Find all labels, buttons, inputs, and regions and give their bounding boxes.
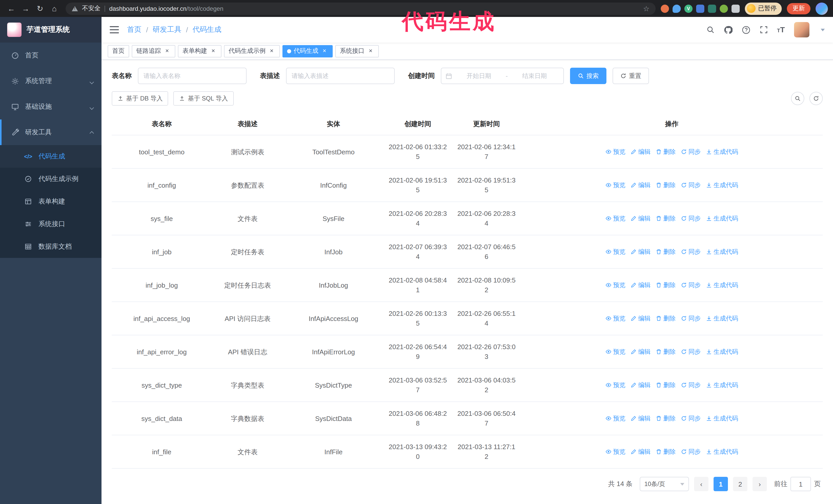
- edit-action[interactable]: 编辑: [630, 180, 650, 190]
- sync-action[interactable]: 同步: [681, 413, 701, 423]
- extensions-puzzle-icon[interactable]: [732, 4, 740, 13]
- edit-action[interactable]: 编辑: [630, 347, 650, 357]
- sync-action[interactable]: 同步: [681, 214, 701, 223]
- security-warning-icon[interactable]: [72, 6, 78, 11]
- sidebar-menu-item[interactable]: 首页: [0, 43, 101, 68]
- sync-action[interactable]: 同步: [681, 380, 701, 390]
- sidebar-menu-item[interactable]: 系统接口: [0, 213, 101, 235]
- sidebar-menu-item[interactable]: 系统管理: [0, 68, 101, 94]
- import-db-button[interactable]: 基于 DB 导入: [112, 91, 168, 105]
- toggle-search-button[interactable]: [791, 92, 804, 105]
- sidebar-menu-item[interactable]: 基础设施: [0, 94, 101, 119]
- sync-action[interactable]: 同步: [681, 447, 701, 457]
- user-avatar[interactable]: [794, 22, 809, 38]
- delete-action[interactable]: 删除: [656, 413, 675, 423]
- bookmark-star-icon[interactable]: ☆: [643, 4, 649, 13]
- home-icon[interactable]: ⌂: [48, 2, 61, 15]
- extension-chart-icon[interactable]: [708, 4, 716, 13]
- edit-action[interactable]: 编辑: [630, 280, 650, 290]
- preview-action[interactable]: 预览: [605, 280, 625, 290]
- preview-action[interactable]: 预览: [605, 347, 625, 357]
- refresh-table-button[interactable]: [809, 92, 823, 105]
- hamburger-icon[interactable]: [110, 26, 119, 33]
- generate-code-action[interactable]: 生成代码: [706, 347, 738, 357]
- generate-code-action[interactable]: 生成代码: [706, 447, 738, 457]
- search-button[interactable]: 搜索: [570, 68, 606, 84]
- preview-action[interactable]: 预览: [605, 214, 625, 223]
- tags-view-tab[interactable]: 代码生成示例 ×: [224, 45, 280, 57]
- prev-page-button[interactable]: ‹: [694, 477, 709, 491]
- sidebar-menu-item[interactable]: </> 代码生成: [0, 145, 101, 168]
- search-icon[interactable]: [706, 26, 714, 34]
- edit-action[interactable]: 编辑: [630, 147, 650, 157]
- generate-code-action[interactable]: 生成代码: [706, 247, 738, 257]
- extension-grid-icon[interactable]: [696, 4, 704, 13]
- delete-action[interactable]: 删除: [656, 380, 675, 390]
- tags-view-tab[interactable]: 链路追踪 ×: [132, 45, 175, 57]
- delete-action[interactable]: 删除: [656, 214, 675, 223]
- generate-code-action[interactable]: 生成代码: [706, 214, 738, 223]
- forward-icon[interactable]: →: [20, 2, 32, 15]
- extension-drop-icon[interactable]: [672, 4, 681, 13]
- delete-action[interactable]: 删除: [656, 247, 675, 257]
- address-bar[interactable]: 不安全 dashboard.yudao.iocoder.cn/tool/code…: [66, 2, 656, 15]
- sync-action[interactable]: 同步: [681, 180, 701, 190]
- browser-avatar[interactable]: [815, 2, 828, 15]
- page-button-1[interactable]: 1: [714, 477, 728, 491]
- sync-action[interactable]: 同步: [681, 247, 701, 257]
- vue-devtools-icon[interactable]: V: [684, 4, 693, 13]
- edit-action[interactable]: 编辑: [630, 214, 650, 223]
- tags-view-tab[interactable]: 表单构建 ×: [178, 45, 221, 57]
- browser-update-button[interactable]: 更新: [787, 3, 810, 14]
- reload-icon[interactable]: ↻: [34, 2, 46, 15]
- generate-code-action[interactable]: 生成代码: [706, 413, 738, 423]
- avatar-dropdown-caret-icon[interactable]: [821, 28, 825, 31]
- start-date-placeholder[interactable]: 开始日期: [454, 72, 504, 80]
- generate-code-action[interactable]: 生成代码: [706, 314, 738, 323]
- end-date-placeholder[interactable]: 结束日期: [510, 72, 559, 80]
- preview-action[interactable]: 预览: [605, 447, 625, 457]
- back-icon[interactable]: ←: [5, 2, 18, 15]
- tags-view-tab[interactable]: 系统接口 ×: [335, 45, 379, 57]
- edit-action[interactable]: 编辑: [630, 447, 650, 457]
- tags-view-tab[interactable]: 代码生成 ×: [282, 45, 333, 57]
- reset-button[interactable]: 重置: [613, 68, 649, 84]
- delete-action[interactable]: 删除: [656, 280, 675, 290]
- sidebar-menu-item[interactable]: 表单构建: [0, 190, 101, 213]
- delete-action[interactable]: 删除: [656, 314, 675, 323]
- sync-action[interactable]: 同步: [681, 147, 701, 157]
- extension-leaf-icon[interactable]: [720, 4, 728, 13]
- goto-page-input[interactable]: [790, 477, 811, 491]
- page-button-2[interactable]: 2: [733, 477, 747, 491]
- close-tab-icon[interactable]: ×: [164, 47, 171, 55]
- font-size-icon[interactable]: TT: [777, 25, 785, 34]
- preview-action[interactable]: 预览: [605, 413, 625, 423]
- next-page-button[interactable]: ›: [753, 477, 767, 491]
- edit-action[interactable]: 编辑: [630, 247, 650, 257]
- generate-code-action[interactable]: 生成代码: [706, 147, 738, 157]
- page-size-select[interactable]: 10条/页: [640, 477, 689, 491]
- edit-action[interactable]: 编辑: [630, 380, 650, 390]
- close-tab-icon[interactable]: ×: [321, 47, 328, 55]
- table-desc-input[interactable]: [286, 68, 395, 84]
- preview-action[interactable]: 预览: [605, 314, 625, 323]
- edit-action[interactable]: 编辑: [630, 314, 650, 323]
- sync-action[interactable]: 同步: [681, 347, 701, 357]
- browser-profile-chip[interactable]: 已暂停: [745, 2, 782, 15]
- preview-action[interactable]: 预览: [605, 380, 625, 390]
- date-range-picker[interactable]: 开始日期 - 结束日期: [441, 68, 564, 84]
- delete-action[interactable]: 删除: [656, 447, 675, 457]
- close-tab-icon[interactable]: ×: [210, 47, 217, 55]
- delete-action[interactable]: 删除: [656, 347, 675, 357]
- edit-action[interactable]: 编辑: [630, 413, 650, 423]
- generate-code-action[interactable]: 生成代码: [706, 380, 738, 390]
- fullscreen-icon[interactable]: [759, 26, 768, 34]
- sidebar-menu-item[interactable]: 研发工具: [0, 119, 101, 145]
- import-sql-button[interactable]: 基于 SQL 导入: [173, 91, 234, 105]
- tags-view-tab[interactable]: 首页: [108, 45, 129, 57]
- sync-action[interactable]: 同步: [681, 314, 701, 323]
- delete-action[interactable]: 删除: [656, 147, 675, 157]
- preview-action[interactable]: 预览: [605, 147, 625, 157]
- help-icon[interactable]: [741, 25, 750, 34]
- close-tab-icon[interactable]: ×: [268, 47, 275, 55]
